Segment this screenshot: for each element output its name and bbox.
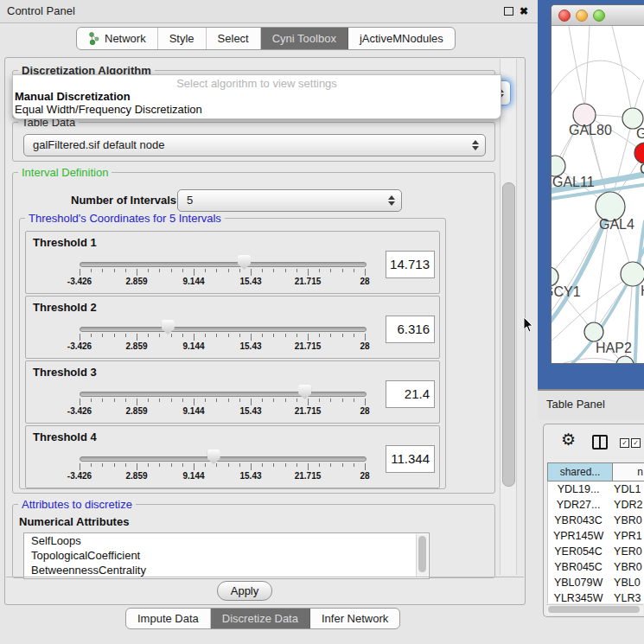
slider-track[interactable] [80,327,367,332]
network-node[interactable] [584,322,603,341]
tick [148,463,149,467]
cell-name[interactable]: YDL1 [609,481,644,497]
cell-shared-name[interactable]: YLR345W [548,590,609,603]
tick [330,334,331,337]
tab-infer-network[interactable]: Infer Network [310,609,399,628]
slider-thumb[interactable] [238,255,251,270]
tick [251,334,252,341]
cell-shared-name[interactable]: YBR043C [548,513,609,528]
tab-jactivemnodules[interactable]: jActiveMNodules [348,28,455,49]
tick [354,334,354,337]
checkbox-icon[interactable]: ✓ [631,438,641,448]
slider-track[interactable] [80,262,367,267]
slider-thumb[interactable] [162,320,175,335]
threshold-label: Threshold 3 [33,366,97,379]
cell-shared-name[interactable]: YPR145W [548,528,609,544]
float-panel-icon[interactable] [504,7,513,16]
threshold-label: Threshold 1 [33,236,97,249]
tick [330,399,331,402]
network-node[interactable] [552,156,565,176]
slider-thumb[interactable] [298,385,311,399]
interval-definition-group: Interval Definition Number of Intervals … [12,172,495,494]
table-row[interactable]: YBR043CYBR0 [548,513,644,528]
tick [342,334,343,337]
close-icon[interactable]: ✖ [520,4,528,18]
column-header-shared-name[interactable]: shared... [547,462,613,481]
cell-name[interactable]: YER0 [609,544,644,559]
table-row[interactable]: YDR27...YDR2 [548,497,644,513]
network-window-titlebar[interactable] [552,5,644,26]
cell-name[interactable]: YLR3 [609,590,644,603]
table-row[interactable]: YBL079WYBL0 [548,575,644,590]
tick [137,269,137,276]
tick [194,334,194,341]
algorithm-option-manual[interactable]: Manual Discretization [15,90,131,103]
table-row[interactable]: YLR345WYLR3 [548,590,644,603]
attribute-items: SelfLoopsTopologicalCoefficientBetweenne… [24,533,429,577]
threshold-value-input[interactable]: 21.4 [386,380,435,408]
tick [159,399,160,402]
column-split-icon[interactable] [592,435,608,450]
cell-name[interactable]: YBR0 [609,513,644,528]
network-node[interactable] [616,356,634,363]
tick [125,334,126,337]
apply-button[interactable]: Apply [217,581,272,601]
gear-icon[interactable]: ⚙ [561,431,576,449]
cell-name[interactable]: YDR2 [609,497,644,513]
cell-name[interactable]: YBL0 [609,575,644,590]
slider-track[interactable] [80,392,367,397]
table-row[interactable]: YER054CYER0 [548,544,644,559]
tab-impute-data[interactable]: Impute Data [126,609,211,628]
tick [80,399,80,405]
tab-network[interactable]: Network [77,28,158,49]
minimize-traffic-light-icon[interactable] [576,10,588,22]
threshold-value-input[interactable]: 6.316 [386,316,435,343]
tab-select[interactable]: Select [207,28,261,49]
network-canvas[interactable]: GAL80GACGAL11GAL4GCY1HHAP2 [552,26,644,363]
table-h-scrollbar[interactable] [546,604,643,615]
tick-label: -3.426 [55,406,104,416]
tick [114,463,115,467]
tick-label: 9.144 [169,277,218,286]
attribute-item[interactable]: TopologicalCoefficient [24,548,429,563]
cell-shared-name[interactable]: YBR045C [548,559,609,575]
column-header-name[interactable]: n [613,462,644,481]
tab-cyni-toolbox[interactable]: Cyni Toolbox [261,28,348,49]
tab-style[interactable]: Style [158,28,207,49]
cell-shared-name[interactable]: YDL19... [548,481,609,497]
cell-name[interactable]: YBR0 [609,559,644,575]
tick [228,463,229,467]
network-node-label: GAL4 [599,217,634,232]
tick [273,269,274,272]
checkbox-icon[interactable]: ✓ [620,438,629,448]
tick [216,463,217,467]
close-traffic-light-icon[interactable] [558,10,571,22]
slider-thumb[interactable] [207,450,220,464]
num-intervals-combobox[interactable]: 5 [177,189,402,212]
panel-scrollbar[interactable] [500,59,517,575]
zoom-traffic-light-icon[interactable] [593,10,605,22]
cell-shared-name[interactable]: YBL079W [548,575,609,590]
table-row[interactable]: YBR045CYBR0 [548,559,644,575]
threshold-value-input[interactable]: 11.344 [386,445,435,473]
slider-track[interactable] [80,456,367,462]
attribute-item[interactable]: BetweennessCentrality [24,563,429,577]
tab-discretize-data[interactable]: Discretize Data [211,609,310,628]
table-row[interactable]: YPR145WYPR1 [548,528,644,544]
network-node[interactable] [621,262,644,286]
cell-name[interactable]: YPR1 [609,528,644,544]
threshold-value-input[interactable]: 14.713 [386,251,435,278]
tick-label: 2.859 [112,406,161,416]
attribute-item[interactable]: SelfLoops [24,533,429,548]
table-row[interactable]: YDL19...YDL1 [548,481,644,497]
network-node[interactable] [552,267,558,286]
tick [102,269,103,272]
tick [319,463,320,467]
cell-shared-name[interactable]: YDR27... [548,497,609,513]
attribute-list-scrollbar[interactable] [416,534,428,577]
network-node[interactable] [634,143,644,163]
cell-shared-name[interactable]: YER054C [548,544,609,559]
algorithm-option-equal-width[interactable]: Equal Width/Frequency Discretization [15,103,202,116]
table-data-combobox[interactable]: galFiltered.sif default node [23,134,486,156]
attributes-title: Attributes to discretize [18,498,136,511]
